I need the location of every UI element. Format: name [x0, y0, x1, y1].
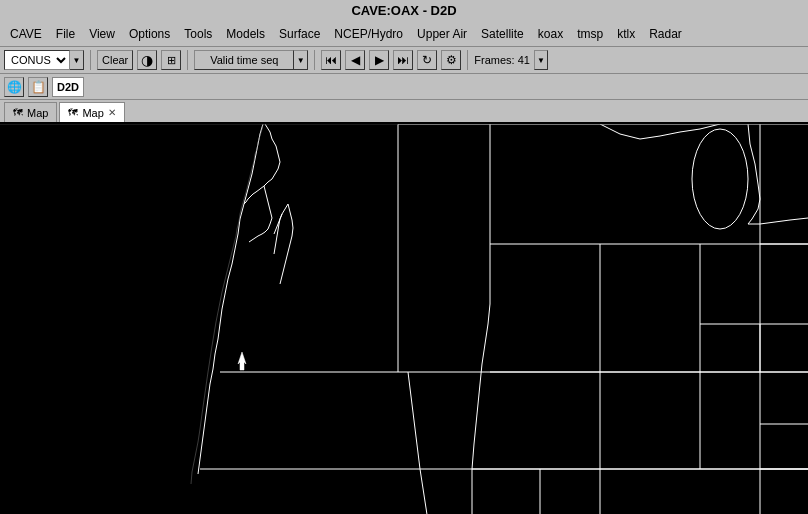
tab-map-1-label: Map	[27, 107, 48, 119]
toolbar-row1: CONUS ▼ Clear ◑ ⊞ Valid time seq ▼ ⏮ ◀ ▶…	[0, 46, 808, 74]
conus-select[interactable]: CONUS	[4, 50, 70, 70]
menu-view[interactable]: View	[83, 25, 121, 43]
play-icon[interactable]: ▶	[369, 50, 389, 70]
menu-satellite[interactable]: Satellite	[475, 25, 530, 43]
menu-surface[interactable]: Surface	[273, 25, 326, 43]
frames-label: Frames: 41	[474, 54, 530, 66]
svg-marker-37	[238, 352, 246, 370]
tab-panel: 🗺 Map 🗺 Map ✕	[0, 100, 808, 124]
svg-point-18	[692, 129, 748, 229]
frames-dropdown-arrow[interactable]: ▼	[534, 50, 548, 70]
toolbar-row2: 🌐 📋 D2D	[0, 74, 808, 100]
conus-dropdown-group: CONUS ▼	[4, 50, 84, 70]
menu-ncep-hydro[interactable]: NCEP/Hydro	[328, 25, 409, 43]
sep3	[314, 50, 315, 70]
skip-to-start-icon[interactable]: ⏮	[321, 50, 341, 70]
d2d-button[interactable]: D2D	[52, 77, 84, 97]
tab-map-1[interactable]: 🗺 Map	[4, 102, 57, 122]
menu-cave[interactable]: CAVE	[4, 25, 48, 43]
clear-button[interactable]: Clear	[97, 50, 133, 70]
menu-radar[interactable]: Radar	[643, 25, 688, 43]
grid-icon[interactable]: ⊞	[161, 50, 181, 70]
sep4	[467, 50, 468, 70]
refresh-icon[interactable]: ↻	[417, 50, 437, 70]
menu-ktlx[interactable]: ktlx	[611, 25, 641, 43]
map-icon-2: 🗺	[68, 107, 78, 118]
svg-line-3	[408, 372, 420, 469]
contrast-icon[interactable]: ◑	[137, 50, 157, 70]
skip-to-end-icon[interactable]: ⏭	[393, 50, 413, 70]
map-icon-1: 🗺	[13, 107, 23, 118]
conus-dropdown-arrow[interactable]: ▼	[70, 50, 84, 70]
menu-tools[interactable]: Tools	[178, 25, 218, 43]
tab-map-2[interactable]: 🗺 Map ✕	[59, 102, 124, 122]
tab-map-2-label: Map	[82, 107, 103, 119]
menu-options[interactable]: Options	[123, 25, 176, 43]
valid-time-seq-btn[interactable]: Valid time seq	[194, 50, 294, 70]
valid-time-dropdown-arrow[interactable]: ▼	[294, 50, 308, 70]
tab-close-icon[interactable]: ✕	[108, 107, 116, 118]
menu-models[interactable]: Models	[220, 25, 271, 43]
menu-tmsp[interactable]: tmsp	[571, 25, 609, 43]
globe-icon[interactable]: 🌐	[4, 77, 24, 97]
step-back-icon[interactable]: ◀	[345, 50, 365, 70]
svg-line-9	[420, 469, 430, 514]
sep2	[187, 50, 188, 70]
sep1	[90, 50, 91, 70]
menu-bar: CAVE File View Options Tools Models Surf…	[0, 22, 808, 46]
valid-time-dropdown-group: Valid time seq ▼	[194, 50, 308, 70]
title-bar: CAVE:OAX - D2D	[0, 0, 808, 22]
settings-icon[interactable]: ⚙	[441, 50, 461, 70]
map-area[interactable]	[0, 124, 808, 514]
menu-file[interactable]: File	[50, 25, 81, 43]
title-text: CAVE:OAX - D2D	[351, 3, 456, 18]
menu-upper-air[interactable]: Upper Air	[411, 25, 473, 43]
map-svg	[0, 124, 808, 514]
d2d-toggle-icon[interactable]: 📋	[28, 77, 48, 97]
menu-koax[interactable]: koax	[532, 25, 569, 43]
